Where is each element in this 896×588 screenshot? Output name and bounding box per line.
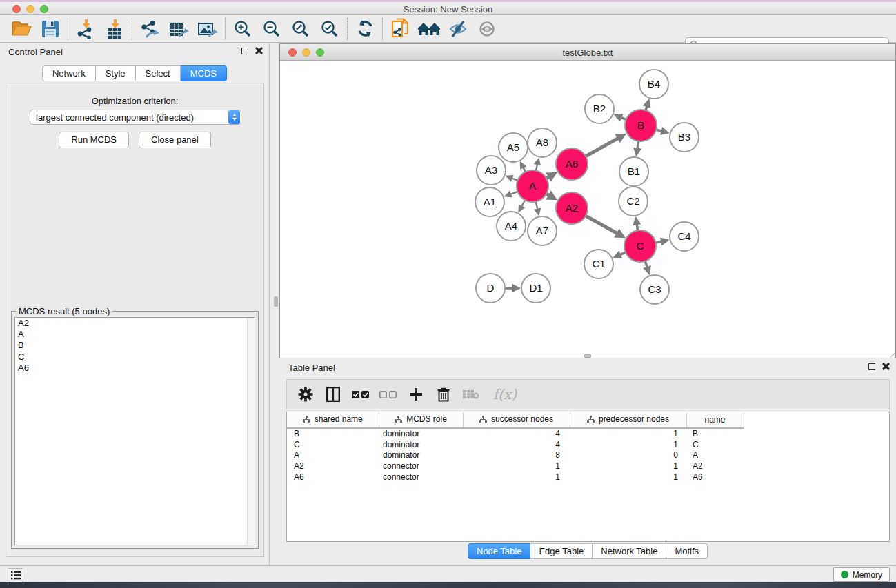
close-panel-button[interactable]: Close panel bbox=[139, 132, 211, 148]
tab-network[interactable]: Network bbox=[42, 65, 96, 81]
list-scrollbar[interactable] bbox=[247, 318, 255, 545]
tab-style[interactable]: Style bbox=[96, 65, 136, 81]
show-column-icon[interactable] bbox=[324, 385, 342, 403]
export-network-icon[interactable] bbox=[135, 17, 164, 41]
mcds-result-list[interactable]: A2 A B C A6 bbox=[14, 317, 255, 545]
save-session-icon[interactable] bbox=[36, 17, 65, 41]
table-row[interactable]: Bdominator41B bbox=[287, 428, 890, 439]
tab-network-table[interactable]: Network Table bbox=[593, 543, 666, 559]
graph-edge-C-C4[interactable] bbox=[655, 241, 661, 243]
graph-node-B[interactable]: B bbox=[625, 110, 657, 141]
unselect-all-icon[interactable] bbox=[379, 385, 397, 403]
export-table-icon[interactable] bbox=[164, 17, 193, 41]
graph-node-A4[interactable]: A4 bbox=[497, 212, 526, 241]
add-column-icon[interactable] bbox=[407, 385, 425, 403]
status-bar: Memory bbox=[0, 565, 896, 582]
tab-mcds[interactable]: MCDS bbox=[181, 65, 227, 81]
zoom-selected-icon[interactable] bbox=[315, 17, 344, 41]
graph-edge-A-A1[interactable] bbox=[510, 192, 517, 194]
table-row[interactable]: A2connector11A2 bbox=[287, 460, 890, 472]
graph-node-A1[interactable]: A1 bbox=[475, 187, 504, 216]
mcds-result-item[interactable]: A bbox=[15, 329, 255, 340]
graph-edge-A6-B[interactable] bbox=[586, 139, 618, 156]
graph-edge-A-A5[interactable] bbox=[523, 168, 525, 172]
graph-node-C4[interactable]: C4 bbox=[670, 222, 699, 251]
mcds-result-item[interactable]: A2 bbox=[15, 318, 255, 329]
graph-edge-A2-C[interactable] bbox=[586, 216, 617, 233]
split-divider-handle[interactable] bbox=[274, 296, 278, 307]
select-all-icon[interactable] bbox=[352, 385, 370, 403]
graph-node-A6[interactable]: A6 bbox=[556, 148, 588, 180]
graph-node-A3[interactable]: A3 bbox=[477, 156, 506, 185]
graph-node-A7[interactable]: A7 bbox=[528, 216, 557, 245]
graph-edge-A-A8[interactable] bbox=[536, 164, 537, 170]
graph-node-A8[interactable]: A8 bbox=[528, 128, 557, 157]
float-table-panel-icon[interactable] bbox=[868, 363, 875, 370]
show-panels-icon[interactable] bbox=[472, 17, 501, 41]
window-resize-grip[interactable] bbox=[885, 347, 895, 357]
show-panel-list-button[interactable] bbox=[8, 568, 23, 582]
home-icon[interactable] bbox=[415, 17, 444, 41]
mcds-result-item[interactable]: A6 bbox=[15, 363, 255, 374]
graph-edge-A-A3[interactable] bbox=[512, 178, 518, 180]
graph-edge-B-B3[interactable] bbox=[656, 130, 661, 131]
graph-node-C3[interactable]: C3 bbox=[640, 275, 669, 304]
refresh-icon[interactable] bbox=[350, 17, 379, 41]
tab-motifs[interactable]: Motifs bbox=[666, 543, 708, 559]
graph-edge-B-B1[interactable] bbox=[637, 141, 639, 149]
graph-edge-B-B2[interactable] bbox=[621, 117, 626, 119]
graph-node-D[interactable]: D bbox=[476, 274, 505, 303]
run-mcds-button[interactable]: Run MCDS bbox=[59, 132, 129, 148]
graph-edge-C-C1[interactable] bbox=[620, 252, 626, 254]
mcds-result-item[interactable]: C bbox=[15, 352, 255, 363]
graph-node-A[interactable]: A bbox=[517, 170, 548, 202]
table-row[interactable]: Adominator80A bbox=[287, 449, 890, 460]
tab-edge-table[interactable]: Edge Table bbox=[530, 543, 593, 559]
column-header-shared-name[interactable]: shared name bbox=[287, 412, 379, 428]
graph-node-C[interactable]: C bbox=[624, 230, 656, 262]
import-table-icon[interactable] bbox=[100, 17, 129, 41]
column-header-mcds-role[interactable]: MCDS role bbox=[379, 412, 463, 428]
memory-button[interactable]: Memory bbox=[833, 567, 890, 582]
column-header-name[interactable]: name bbox=[686, 412, 744, 428]
network-window-titlebar[interactable]: testGlobe.txt bbox=[280, 44, 895, 61]
network-graph[interactable]: B4B2BB3A8A5A6A3B1AC2A1A2A4A7C4CC1C3DD1 bbox=[280, 61, 895, 358]
graph-node-B3[interactable]: B3 bbox=[670, 123, 699, 152]
open-file-icon[interactable] bbox=[7, 17, 36, 41]
graph-edge-A-A4[interactable] bbox=[521, 200, 525, 206]
hide-panels-icon[interactable] bbox=[444, 17, 472, 41]
zoom-fit-icon[interactable] bbox=[286, 17, 315, 41]
float-panel-icon[interactable] bbox=[241, 48, 248, 54]
tab-node-table[interactable]: Node Table bbox=[468, 543, 531, 559]
close-table-panel-icon[interactable] bbox=[882, 363, 889, 370]
graph-edge-A-A7[interactable] bbox=[536, 201, 537, 209]
export-image-icon[interactable] bbox=[193, 17, 222, 41]
close-panel-icon[interactable] bbox=[255, 47, 262, 54]
horizontal-split-handle[interactable] bbox=[584, 354, 591, 358]
delete-column-icon[interactable] bbox=[435, 385, 452, 403]
table-row[interactable]: Cdominator41C bbox=[287, 439, 890, 450]
graph-node-A5[interactable]: A5 bbox=[499, 133, 528, 162]
new-network-from-selection-icon[interactable] bbox=[386, 17, 415, 41]
graph-node-B4[interactable]: B4 bbox=[639, 70, 668, 99]
column-header-successor-nodes[interactable]: successor nodes bbox=[463, 412, 570, 428]
zoom-in-icon[interactable] bbox=[228, 17, 257, 41]
zoom-out-icon[interactable] bbox=[257, 17, 286, 41]
graph-node-B1[interactable]: B1 bbox=[619, 157, 648, 186]
criterion-dropdown[interactable]: largest connected component (directed) bbox=[30, 110, 241, 125]
column-header-predecessor-nodes[interactable]: predecessor nodes bbox=[570, 412, 686, 428]
table-row[interactable]: A6connector11A6 bbox=[287, 472, 890, 483]
function-builder-icon[interactable]: f(x) bbox=[490, 385, 520, 403]
import-network-icon[interactable] bbox=[71, 17, 100, 41]
graph-node-C1[interactable]: C1 bbox=[584, 250, 613, 278]
graph-edge-C-C3[interactable] bbox=[645, 261, 647, 267]
graph-node-B2[interactable]: B2 bbox=[585, 94, 614, 123]
delete-table-icon[interactable] bbox=[462, 385, 480, 403]
settings-gear-icon[interactable] bbox=[297, 385, 315, 403]
graph-node-A2[interactable]: A2 bbox=[556, 192, 588, 224]
graph-node-D1[interactable]: D1 bbox=[521, 274, 550, 303]
graph-node-C2[interactable]: C2 bbox=[619, 187, 648, 216]
graph-edge-C-C2[interactable] bbox=[637, 224, 637, 230]
tab-select[interactable]: Select bbox=[136, 65, 181, 81]
mcds-result-item[interactable]: B bbox=[15, 340, 255, 351]
